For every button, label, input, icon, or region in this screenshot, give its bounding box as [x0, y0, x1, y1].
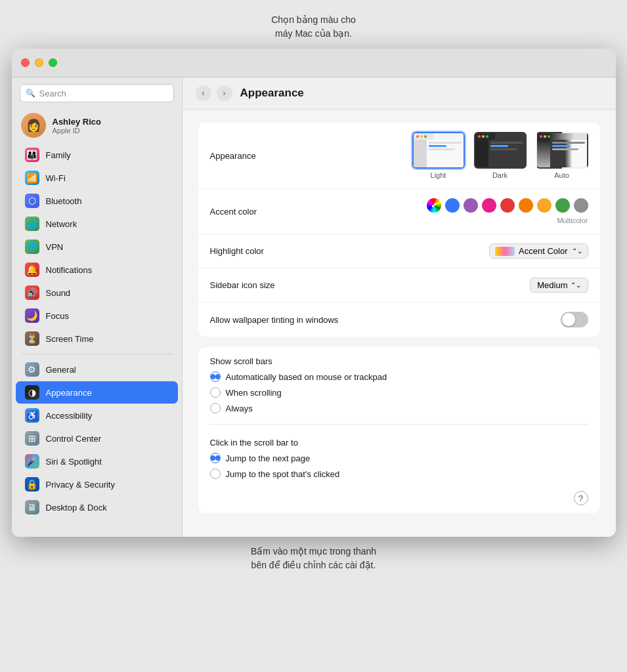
sidebar-item-controlcenter[interactable]: ⊞Control Center — [16, 427, 178, 450]
sound-icon: 🔊 — [25, 285, 39, 300]
search-placeholder: Search — [39, 89, 66, 98]
sidebar-item-sound[interactable]: 🔊Sound — [16, 282, 178, 304]
sidebar-item-bluetooth[interactable]: ⬡Bluetooth — [16, 190, 178, 212]
accent-colors: Multicolor — [427, 198, 588, 224]
sidebar-user[interactable]: 👩 Ashley Rico Apple ID — [12, 108, 182, 143]
privacy-icon: 🔒 — [25, 477, 39, 492]
thumb-content-light — [414, 140, 464, 169]
highlight-color-label: Highlight color — [210, 246, 328, 256]
focus-icon: 🌙 — [25, 308, 39, 323]
click-scroll-bar-title: Click in the scroll bar to — [198, 429, 600, 453]
radio-jump-spot-circle — [210, 469, 221, 479]
accent-pink[interactable] — [482, 198, 496, 213]
wallpaper-tinting-control — [399, 312, 588, 327]
accent-purple[interactable] — [464, 198, 478, 213]
highlight-color-row: Highlight color Accent Color ⌃⌄ — [198, 234, 600, 268]
sidebar-item-focus-label: Focus — [46, 311, 69, 321]
radio-when-scrolling-circle — [210, 387, 221, 398]
radio-auto-trackpad[interactable]: Automatically based on mouse or trackpad — [210, 371, 588, 382]
radio-jump-spot-label: Jump to the spot that's clicked — [226, 469, 340, 479]
highlight-color-selector[interactable]: Accent Color ⌃⌄ — [489, 243, 588, 259]
sidebar-item-notifications[interactable]: 🔔Notifications — [16, 259, 178, 281]
sidebar-item-family-label: Family — [46, 150, 71, 160]
maximize-button[interactable] — [49, 58, 57, 67]
auto-label: Auto — [554, 171, 569, 179]
appearance-light-thumb — [412, 132, 465, 169]
radio-always[interactable]: Always — [210, 403, 588, 413]
close-button[interactable] — [21, 58, 30, 67]
sidebar-item-controlcenter-label: Control Center — [46, 434, 102, 444]
accent-yellow[interactable] — [537, 198, 551, 213]
sidebar-item-sound-label: Sound — [46, 288, 71, 298]
siri-icon: 🎤 — [25, 454, 39, 469]
controlcenter-icon: ⊞ — [25, 431, 39, 446]
back-button[interactable]: ‹ — [196, 85, 211, 101]
sidebar-item-wifi[interactable]: 📶Wi-Fi — [16, 167, 178, 189]
radio-next-page[interactable]: Jump to the next page — [210, 453, 588, 463]
sidebar-item-appearance[interactable]: ◑Appearance — [16, 381, 178, 404]
radio-always-circle — [210, 403, 221, 413]
wallpaper-tinting-toggle[interactable] — [561, 312, 588, 327]
settings-window: 🔍 Search 👩 Ashley Rico Apple ID 👨‍👩‍👧Fam… — [12, 49, 616, 537]
accent-selected-label: Multicolor — [557, 217, 588, 224]
wallpaper-tinting-row: Allow wallpaper tinting in windows — [198, 303, 600, 337]
wifi-icon: 📶 — [25, 171, 39, 185]
settings-body: Appearance — [183, 110, 616, 537]
sidebar: 🔍 Search 👩 Ashley Rico Apple ID 👨‍👩‍👧Fam… — [12, 77, 183, 537]
notifications-icon: 🔔 — [25, 262, 39, 277]
sidebar-item-network-label: Network — [46, 219, 77, 229]
sidebar-item-bluetooth-label: Bluetooth — [46, 196, 82, 206]
radio-auto-trackpad-circle — [210, 371, 221, 382]
sidebar-item-accessibility[interactable]: ♿Accessibility — [16, 404, 178, 427]
light-label: Light — [431, 171, 446, 179]
help-button[interactable]: ? — [574, 491, 588, 505]
sidebar-item-screentime-label: Screen Time — [46, 334, 94, 344]
minimize-button[interactable] — [35, 58, 43, 67]
sidebar-item-vpn[interactable]: 🌐VPN — [16, 236, 178, 258]
sidebar-icon-size-value: Medium — [537, 280, 567, 290]
accent-orange[interactable] — [519, 198, 533, 213]
avatar: 👩 — [21, 113, 46, 138]
sidebar-item-desktop[interactable]: 🖥Desktop & Dock — [16, 496, 178, 518]
show-scroll-bars-title: Show scroll bars — [198, 347, 600, 371]
radio-jump-spot[interactable]: Jump to the spot that's clicked — [210, 469, 588, 479]
accent-color-row-dots — [427, 198, 588, 213]
accent-red[interactable] — [500, 198, 515, 213]
sidebar-item-privacy[interactable]: 🔒Privacy & Security — [16, 473, 178, 495]
highlight-color-value: Accent Color — [519, 246, 567, 256]
sidebar-icon-size-dropdown[interactable]: Medium ⌃⌄ — [530, 278, 588, 293]
sidebar-item-focus[interactable]: 🌙Focus — [16, 304, 178, 327]
main-title: Appearance — [240, 87, 304, 100]
accent-color-row: Accent color — [198, 189, 600, 234]
forward-button[interactable]: › — [217, 85, 232, 101]
accent-blue[interactable] — [445, 198, 460, 213]
accessibility-icon: ♿ — [25, 408, 39, 423]
search-icon: 🔍 — [26, 89, 35, 98]
appearance-light-option[interactable]: Light — [412, 132, 465, 179]
accent-multicolor[interactable] — [427, 198, 441, 213]
user-info: Ashley Rico Apple ID — [53, 117, 101, 135]
main-content: ‹ › Appearance Appearance — [183, 77, 616, 537]
accent-green[interactable] — [555, 198, 570, 213]
sidebar-items-container: 👨‍👩‍👧Family📶Wi-Fi⬡Bluetooth🌐Network🌐VPN🔔… — [12, 143, 182, 519]
highlight-color-control: Accent Color ⌃⌄ — [328, 243, 588, 259]
radio-auto-trackpad-label: Automatically based on mouse or trackpad — [226, 372, 387, 382]
sidebar-item-family[interactable]: 👨‍👩‍👧Family — [16, 144, 178, 166]
wallpaper-tinting-label: Allow wallpaper tinting in windows — [210, 315, 399, 325]
accent-graphite[interactable] — [574, 198, 588, 213]
radio-when-scrolling[interactable]: When scrolling — [210, 387, 588, 398]
search-box[interactable]: 🔍 Search — [20, 84, 174, 102]
accent-color-label: Accent color — [210, 207, 328, 217]
sidebar-item-privacy-label: Privacy & Security — [46, 480, 115, 490]
sidebar-item-general[interactable]: ⚙General — [16, 358, 178, 381]
sidebar-item-screentime[interactable]: ⏳Screen Time — [16, 327, 178, 350]
sidebar-item-network[interactable]: 🌐Network — [16, 213, 178, 235]
screentime-icon: ⏳ — [25, 331, 39, 346]
sidebar-divider — [21, 354, 173, 354]
titlebar — [12, 49, 616, 77]
appearance-dark-option[interactable]: Dark — [474, 132, 527, 179]
appearance-auto-option[interactable]: Auto — [536, 132, 588, 179]
appearance-dark-thumb — [474, 132, 527, 169]
sidebar-item-siri[interactable]: 🎤Siri & Spotlight — [16, 450, 178, 472]
vpn-icon: 🌐 — [25, 240, 39, 254]
